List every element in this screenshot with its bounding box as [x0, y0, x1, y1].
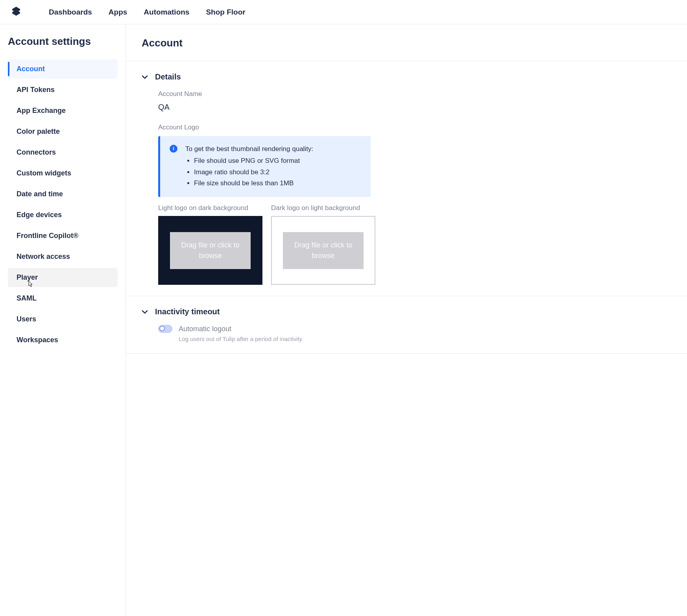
sidebar-item-saml[interactable]: SAML [8, 289, 118, 308]
logo-icon [11, 7, 21, 18]
account-logo-label: Account Logo [158, 124, 671, 131]
info-intro: To get the best thumbnail rendering qual… [185, 145, 313, 153]
info-text: To get the best thumbnail rendering qual… [185, 144, 313, 188]
logo-info-callout: i To get the best thumbnail rendering qu… [158, 136, 371, 197]
sidebar-item-app-exchange[interactable]: App Exchange [8, 101, 118, 120]
sidebar-item-api-tokens[interactable]: API Tokens [8, 80, 118, 100]
automatic-logout-toggle[interactable] [158, 325, 172, 333]
nav-apps[interactable]: Apps [109, 8, 127, 17]
mouse-cursor-icon [28, 281, 34, 290]
toggle-knob [159, 326, 165, 331]
dark-logo-caption: Dark logo on light background [271, 204, 375, 212]
main-content: Account Details Account Name QA Account … [126, 24, 687, 616]
logo-upload-zones: Light logo on dark background Drag file … [158, 204, 671, 285]
inactivity-section: Inactivity timeout Automatic logout Log … [126, 296, 687, 354]
details-section: Details Account Name QA Account Logo i T… [126, 61, 687, 296]
toggle-label: Automatic logout [179, 325, 302, 333]
chevron-down-icon [142, 309, 148, 315]
light-logo-caption: Light logo on dark background [158, 204, 262, 212]
sidebar-item-date-and-time[interactable]: Date and time [8, 184, 118, 204]
sidebar-item-frontline-copilot[interactable]: Frontline Copilot® [8, 226, 118, 245]
nav-dashboards[interactable]: Dashboards [49, 8, 92, 17]
info-bullet: Image ratio should be 3:2 [194, 167, 313, 177]
nav-items: Dashboards Apps Automations Shop Floor [49, 8, 246, 17]
nav-shop-floor[interactable]: Shop Floor [206, 8, 245, 17]
dark-logo-dropzone[interactable]: Drag file or click to browse [271, 216, 375, 285]
sidebar-item-users[interactable]: Users [8, 310, 118, 329]
info-bullet: File should use PNG or SVG format [194, 156, 313, 166]
details-section-header[interactable]: Details [142, 72, 671, 81]
sidebar-item-connectors[interactable]: Connectors [8, 143, 118, 162]
sidebar-item-player[interactable]: Player [8, 268, 118, 287]
sidebar-item-custom-widgets[interactable]: Custom widgets [8, 164, 118, 183]
sidebar-item-workspaces[interactable]: Workspaces [8, 330, 118, 350]
nav-automations[interactable]: Automations [144, 8, 189, 17]
info-icon: i [170, 145, 177, 153]
app-logo[interactable] [11, 7, 21, 18]
details-section-title: Details [155, 72, 181, 81]
sidebar-list: Account API Tokens App Exchange Color pa… [8, 59, 118, 350]
inactivity-section-title: Inactivity timeout [155, 307, 220, 316]
page-title: Account [126, 24, 687, 61]
sidebar-item-network-access[interactable]: Network access [8, 247, 118, 266]
sidebar-title: Account settings [8, 35, 118, 48]
info-bullet: File size should be less than 1MB [194, 178, 313, 188]
chevron-down-icon [142, 74, 148, 80]
sidebar-item-color-palette[interactable]: Color palette [8, 122, 118, 141]
sidebar-item-edge-devices[interactable]: Edge devices [8, 205, 118, 225]
inactivity-section-header[interactable]: Inactivity timeout [142, 307, 671, 316]
toggle-description: Log users out of Tulip after a period of… [179, 336, 302, 342]
sidebar-item-label: Player [17, 273, 38, 281]
light-logo-dropzone[interactable]: Drag file or click to browse [158, 216, 262, 285]
dropzone-text: Drag file or click to browse [283, 232, 364, 269]
account-name-value: QA [158, 103, 671, 112]
dropzone-text: Drag file or click to browse [170, 232, 251, 269]
sidebar-item-account[interactable]: Account [8, 59, 118, 79]
top-nav: Dashboards Apps Automations Shop Floor [0, 0, 687, 24]
account-name-label: Account Name [158, 90, 671, 98]
sidebar: Account settings Account API Tokens App … [0, 24, 126, 616]
